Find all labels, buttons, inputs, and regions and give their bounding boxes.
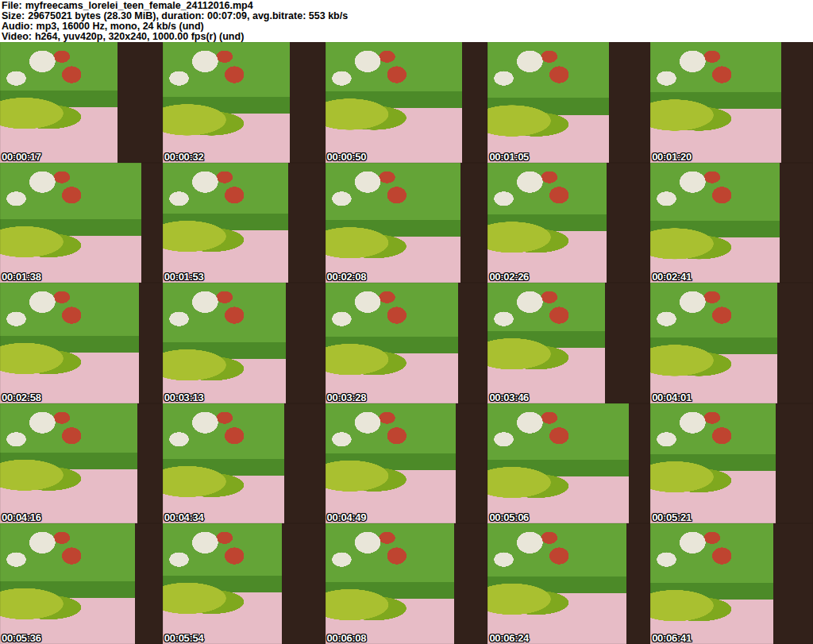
timestamp-label: 00:03:46 [489,391,529,403]
thumbnail-placeholder: 00:05:06 [487,403,650,524]
timestamp-label: 00:02:58 [2,391,41,403]
thumbnail-placeholder: 00:02:26 [487,163,650,283]
timestamp-label: 00:01:38 [2,271,41,283]
thumbnail-placeholder: 00:01:38 [0,163,163,283]
thumbnail-placeholder: 00:05:54 [163,523,326,644]
video-value: h264, yuv420p, 320x240, 1000.00 fps(r) (… [35,31,244,42]
thumbnail-placeholder: 00:06:08 [326,523,488,644]
size-label: Size: [2,10,25,21]
timestamp-label: 00:03:13 [164,391,204,403]
thumbnail-placeholder: 00:06:24 [487,523,650,644]
timestamp-label: 00:02:26 [489,271,529,283]
thumbnail-placeholder: 00:04:01 [650,283,813,403]
thumbnail-grid: 00:00:17 00:00:32 00:00:50 00:01:05 00:0… [0,42,813,644]
thumbnail-placeholder: 00:02:08 [326,163,488,283]
thumbnail-placeholder: 00:01:05 [487,42,650,163]
thumbnail-placeholder: 00:04:16 [0,403,163,524]
thumbnail-placeholder: 00:03:46 [487,283,650,403]
timestamp-label: 00:05:54 [164,632,204,644]
timestamp-label: 00:06:41 [652,632,692,644]
timestamp-label: 00:05:21 [652,511,692,523]
timestamp-label: 00:01:20 [652,151,692,163]
thumbnail-placeholder: 00:00:17 [0,42,163,163]
timestamp-label: 00:05:06 [489,511,529,523]
timestamp-label: 00:00:17 [2,151,41,163]
video-label: Video: [2,31,32,42]
thumbnail-placeholder: 00:05:36 [0,523,163,644]
thumbnail-placeholder: 00:04:49 [326,403,488,524]
file-value: myfreecams_lorelei_teen_female_24112016.… [25,0,253,11]
thumbnail-placeholder: 00:01:20 [650,42,813,163]
timestamp-label: 00:06:24 [489,632,529,644]
thumbnail-placeholder: 00:05:21 [650,403,813,524]
timestamp-label: 00:04:16 [2,511,41,523]
timestamp-label: 00:00:50 [327,151,367,163]
thumbnail-placeholder: 00:00:50 [326,42,488,163]
timestamp-label: 00:00:32 [164,151,204,163]
thumbnail-placeholder: 00:03:28 [326,283,488,403]
thumbnail-placeholder: 00:06:41 [650,523,813,644]
thumbnail-placeholder: 00:02:58 [0,283,163,403]
thumbnail-placeholder: 00:02:41 [650,163,813,283]
timestamp-label: 00:02:08 [327,271,367,283]
file-label: File: [2,0,22,11]
timestamp-label: 00:04:49 [327,511,367,523]
video-line: Video:h264, yuv420p, 320x240, 1000.00 fp… [2,32,813,42]
timestamp-label: 00:01:05 [489,151,529,163]
metadata-header: File:myfreecams_lorelei_teen_female_2411… [0,0,813,42]
timestamp-label: 00:05:36 [2,632,41,644]
timestamp-label: 00:03:28 [327,391,367,403]
timestamp-label: 00:04:34 [164,511,204,523]
audio-value: mp3, 16000 Hz, mono, 24 kb/s (und) [37,21,204,32]
timestamp-label: 00:01:53 [164,271,204,283]
size-value: 29675021 bytes (28.30 MiB), duration: 00… [28,10,348,21]
timestamp-label: 00:06:08 [327,632,367,644]
thumbnail-placeholder: 00:04:34 [163,403,326,524]
thumbnail-placeholder: 00:00:32 [163,42,326,163]
thumbnail-placeholder: 00:03:13 [163,283,326,403]
timestamp-label: 00:02:41 [652,271,692,283]
audio-label: Audio: [2,21,33,32]
thumbnail-placeholder: 00:01:53 [163,163,326,283]
timestamp-label: 00:04:01 [652,391,692,403]
